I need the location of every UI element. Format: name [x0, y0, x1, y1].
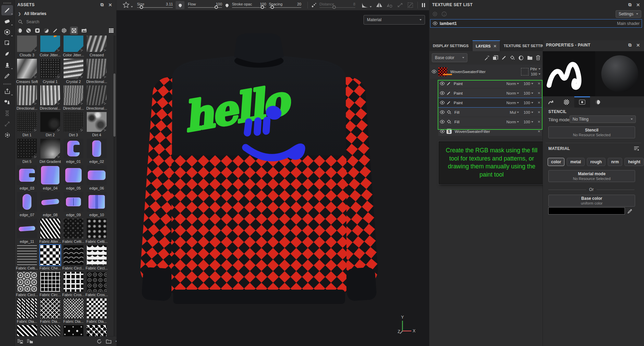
asset-item[interactable]: Color Jitter... [39, 36, 61, 57]
asset-thumbnail[interactable] [40, 245, 60, 265]
filter-smart-masks-icon[interactable] [35, 28, 40, 33]
dock-icon[interactable]: ⧉ [99, 2, 105, 8]
asset-thumbnail[interactable] [17, 272, 37, 292]
channel-metal[interactable]: metal [567, 158, 584, 166]
tool-mask-circle[interactable] [1, 130, 13, 140]
tool-clone[interactable] [1, 60, 13, 70]
filter-filters-icon[interactable] [43, 28, 49, 33]
asset-thumbnail[interactable] [40, 112, 60, 132]
stroke-shape-icon[interactable] [122, 1, 133, 9]
tab-material[interactable] [590, 96, 606, 108]
asset-thumbnail[interactable] [40, 272, 60, 292]
visibility-eye-icon[interactable] [440, 101, 445, 105]
slider-track[interactable] [188, 7, 222, 8]
channel-rough[interactable]: rough [587, 158, 605, 166]
delete-layer-icon[interactable]: ✕ [538, 82, 540, 85]
asset-thumbnail[interactable] [87, 139, 107, 158]
refresh-icon[interactable] [97, 339, 102, 344]
texture-set-row[interactable]: lambert1Main shader [430, 19, 642, 28]
delete-layer-icon[interactable]: ✕ [538, 120, 540, 124]
asset-thumbnail[interactable] [87, 299, 107, 318]
tab-layers[interactable]: LAYERS✕ [472, 40, 501, 51]
slider-track[interactable] [137, 7, 173, 8]
toolbar-grip[interactable] [3, 2, 11, 4]
asset-item[interactable]: edge_08 [39, 192, 61, 217]
asset-thumbnail[interactable] [17, 325, 37, 336]
tool-color-picker[interactable] [1, 71, 13, 81]
layer-thumbnail[interactable] [438, 67, 447, 76]
brush-tip-button[interactable] [176, 1, 184, 9]
layer-row[interactable]: SWovenSweaterFilter✕ [438, 127, 542, 136]
dock-icon[interactable]: ⧉ [627, 2, 633, 8]
asset-thumbnail[interactable] [17, 139, 37, 158]
visibility-eye-icon[interactable] [440, 91, 445, 95]
asset-item[interactable]: edge_11 [16, 219, 38, 244]
asset-thumbnail[interactable] [40, 299, 60, 318]
tab-alpha[interactable] [559, 96, 574, 108]
filter-brushes-icon[interactable] [52, 28, 58, 33]
asset-item[interactable]: edge_09 [62, 192, 85, 217]
asset-thumbnail[interactable] [17, 192, 37, 212]
delete-layer-icon[interactable]: ✕ [538, 110, 540, 114]
grid-view-icon[interactable] [108, 28, 114, 33]
asset-thumbnail[interactable] [17, 85, 37, 105]
add-fill-layer-icon[interactable] [510, 55, 515, 60]
layer-row[interactable]: PaintNorm 100 ✕ [438, 98, 542, 107]
asset-item[interactable]: Clouds 3 [16, 36, 38, 57]
asset-item[interactable]: Creased [85, 36, 108, 57]
tool-history[interactable] [1, 108, 13, 118]
asset-item[interactable]: Dirt 3 [62, 112, 85, 137]
flow-slider[interactable]: Flow100 [188, 0, 222, 10]
asset-thumbnail[interactable] [40, 36, 60, 52]
asset-thumbnail[interactable] [17, 36, 37, 52]
asset-item[interactable]: edge_03 [16, 165, 38, 190]
asset-item[interactable]: Crystal 1 [39, 59, 61, 84]
folder-asset-list-icon[interactable] [27, 339, 33, 344]
shading-mode-select[interactable]: Material [364, 15, 425, 25]
asset-thumbnail[interactable] [87, 36, 107, 52]
asset-thumbnail[interactable] [40, 219, 60, 238]
visibility-eye-icon[interactable] [431, 70, 437, 73]
blend-mode-select[interactable]: Norm [506, 101, 519, 105]
visibility-eye-icon[interactable] [440, 120, 445, 124]
tool-paint-brush[interactable] [1, 5, 13, 15]
filter-procedurals-icon[interactable] [70, 27, 78, 34]
channel-nrm[interactable]: nrm [608, 158, 622, 166]
asset-thumbnail[interactable] [87, 59, 107, 79]
asset-thumbnail[interactable] [87, 112, 107, 132]
channel-filter-select[interactable]: Base color [432, 53, 467, 62]
asset-thumbnail[interactable] [17, 219, 37, 238]
slider-track[interactable] [269, 7, 301, 8]
asset-thumbnail[interactable] [40, 192, 60, 212]
material-mode-button[interactable]: Material mode No Resource Selected [548, 170, 635, 182]
stroke-opacity-slider[interactable]: Stroke opac100 [232, 0, 266, 10]
filter-textures-icon[interactable] [81, 28, 87, 33]
slider-handle[interactable] [215, 5, 218, 9]
asset-thumbnail[interactable] [64, 165, 83, 185]
tool-material-picker[interactable] [1, 97, 13, 107]
close-icon[interactable]: ✕ [635, 42, 641, 48]
asset-item[interactable]: edge_10 [85, 192, 108, 217]
visibility-eye-icon[interactable] [440, 110, 445, 114]
asset-thumbnail[interactable] [17, 299, 37, 318]
slider-track[interactable] [232, 7, 266, 8]
asset-thumbnail[interactable] [87, 165, 107, 185]
asset-thumbnail[interactable] [17, 59, 37, 79]
asset-thumbnail[interactable] [87, 245, 107, 265]
asset-thumbnail[interactable] [64, 299, 83, 318]
tool-export[interactable] [1, 86, 13, 96]
asset-thumbnail[interactable] [40, 325, 60, 336]
asset-item[interactable]: Color Jitter... [62, 36, 85, 57]
asset-thumbnail[interactable] [64, 59, 83, 79]
settings-button[interactable]: Settings [616, 10, 641, 18]
asset-item[interactable]: Fabric Che... [39, 245, 61, 270]
new-folder-icon[interactable] [106, 339, 111, 344]
blend-mode-select[interactable]: Pthr [530, 67, 540, 71]
asset-item[interactable]: Directional... [85, 85, 108, 110]
close-icon[interactable]: ✕ [107, 2, 113, 8]
asset-item[interactable]: Fabric Celti... [62, 219, 85, 244]
spacing-slider[interactable]: Spacing20 [269, 0, 301, 10]
slider-handle[interactable] [332, 5, 336, 9]
layer-row[interactable]: WovenSweaterFilterPthr 100 [430, 65, 542, 79]
asset-item[interactable]: Directional... [62, 85, 85, 110]
